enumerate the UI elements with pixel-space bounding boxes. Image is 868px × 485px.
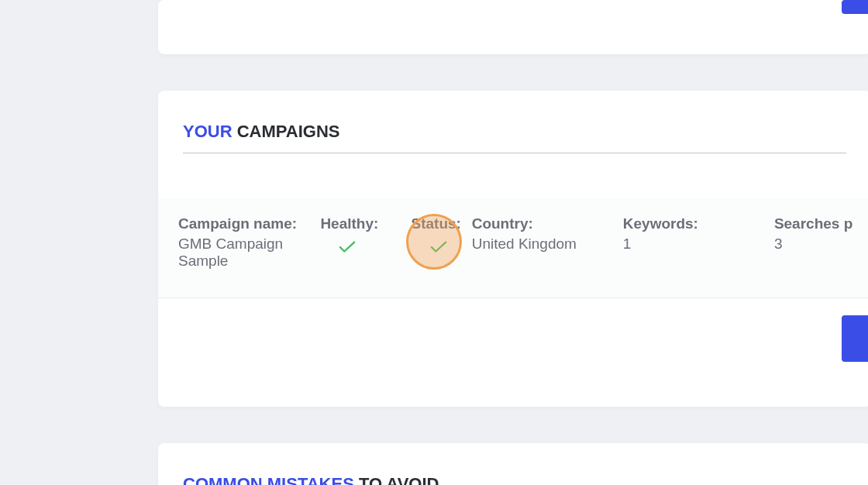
value-healthy	[320, 236, 405, 258]
header-country: Country:	[472, 215, 617, 232]
value-searches: 3	[774, 236, 859, 253]
col-campaign-name: Campaign name: GMB Campaign Sample	[167, 215, 317, 270]
col-keywords: Keywords: 1	[620, 215, 771, 270]
col-status: Status:	[408, 215, 469, 270]
col-country: Country: United Kingdom	[469, 215, 620, 270]
mistakes-title-accent: COMMON MISTAKES	[183, 474, 354, 485]
col-searches: Searches p 3	[771, 215, 862, 270]
mistakes-title-rest: TO AVOID	[354, 474, 439, 485]
value-country: United Kingdom	[472, 236, 617, 253]
healthy-check-icon	[339, 240, 356, 258]
campaigns-title-rest: CAMPAIGNS	[232, 122, 340, 141]
header-status: Status:	[412, 215, 466, 232]
col-healthy: Healthy:	[317, 215, 408, 270]
top-card	[158, 0, 868, 54]
value-status	[412, 236, 466, 258]
campaigns-title-accent: YOUR	[183, 122, 232, 141]
header-healthy: Healthy:	[320, 215, 405, 232]
header-campaign-name: Campaign name:	[178, 215, 314, 232]
header-searches: Searches p	[774, 215, 859, 232]
value-campaign-name: GMB Campaign Sample	[178, 236, 314, 270]
top-action-button[interactable]	[842, 0, 868, 14]
mistakes-card: COMMON MISTAKES TO AVOID	[158, 443, 868, 485]
campaigns-title: YOUR CAMPAIGNS	[183, 91, 846, 153]
campaigns-card: YOUR CAMPAIGNS Campaign name: GMB Campai…	[158, 91, 868, 407]
status-check-icon	[430, 240, 447, 258]
header-keywords: Keywords:	[623, 215, 768, 232]
campaign-row[interactable]: Campaign name: GMB Campaign Sample Healt…	[158, 198, 868, 298]
mistakes-title: COMMON MISTAKES TO AVOID	[183, 443, 846, 485]
value-keywords: 1	[623, 236, 768, 253]
main-action-button[interactable]	[842, 315, 868, 362]
